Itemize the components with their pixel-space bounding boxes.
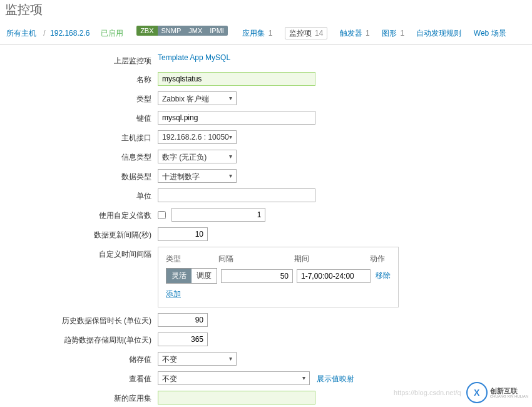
chevron-down-icon: ▾ [229, 153, 232, 160]
tab-web[interactable]: Web 场景 [474, 29, 506, 38]
input-name[interactable] [158, 72, 315, 86]
link-value-mapping[interactable]: 展示值映射 [317, 374, 354, 383]
tab-triggers[interactable]: 触发器 1 [340, 29, 370, 38]
label-unit: 单位 [0, 188, 158, 202]
chevron-down-icon: ▾ [229, 95, 232, 101]
chevron-down-icon: ▾ [302, 374, 305, 381]
nav-all-hosts[interactable]: 所有主机 [6, 29, 36, 38]
page-title: 监控项 [0, 0, 532, 22]
select-value: 数字 (无正负) [162, 153, 207, 162]
input-custom-mult[interactable] [171, 208, 265, 222]
input-history[interactable] [158, 313, 208, 327]
tab-app-set[interactable]: 应用集 1 [242, 29, 272, 38]
input-key[interactable] [158, 111, 315, 125]
select-info-type[interactable]: 数字 (无正负)▾ [158, 150, 237, 163]
label-key: 键值 [0, 111, 158, 124]
label-host-if: 主机接口 [0, 130, 158, 143]
nav-host-ip[interactable]: 192.168.2.6 [50, 29, 90, 38]
link-flex-remove[interactable]: 移除 [376, 270, 391, 281]
tab-discovery[interactable]: 自动发现规则 [416, 29, 461, 38]
label-trend: 趋势数据存储周期(单位天) [0, 332, 158, 346]
flex-interval-box: 类型 间隔 期间 动作 灵活调度 移除 添加 [158, 247, 399, 307]
brand-icon: X [466, 382, 488, 403]
flex-h-act: 动作 [370, 254, 391, 264]
link-parent-template[interactable]: Template App MySQL [158, 53, 230, 62]
select-data-type[interactable]: 十进制数字▾ [158, 169, 237, 183]
select-value: 不变 [162, 355, 177, 364]
tab-label: 触发器 [340, 29, 362, 38]
label-history: 历史数据保留时长 (单位天) [0, 313, 158, 326]
link-flex-add[interactable]: 添加 [166, 289, 181, 298]
pill-snmp[interactable]: SNMP [158, 26, 185, 36]
status-enabled: 已启用 [101, 29, 123, 38]
label-flex-interval: 自定义时间间隔 [0, 247, 158, 260]
tab-count: 14 [315, 29, 323, 38]
pill-group: ZBXSNMPJMXIPMI [136, 26, 228, 36]
input-flex-interval[interactable] [221, 269, 293, 283]
label-show-value: 查看值 [0, 371, 158, 384]
flex-h-int: 间隔 [218, 254, 294, 264]
label-parent: 上层监控项 [0, 53, 158, 66]
label-store-value: 储存值 [0, 352, 158, 365]
select-value: 十进制数字 [162, 172, 200, 181]
brand-line2: CHUANG XIN HULIAN [490, 394, 528, 399]
breadcrumb-sep: / [43, 29, 45, 38]
label-update-interval: 数据更新间隔(秒) [0, 227, 158, 240]
input-unit[interactable] [158, 188, 315, 202]
chevron-down-icon: ▾ [229, 172, 232, 179]
input-trend[interactable] [158, 332, 208, 346]
chevron-down-icon: ▾ [229, 355, 232, 362]
toggle-flexible[interactable]: 灵活 [166, 269, 192, 283]
nav-bar: 所有主机 / 192.168.2.6 已启用 ZBXSNMPJMXIPMI 应用… [0, 22, 532, 44]
tab-count: 1 [366, 29, 370, 38]
select-value: Zabbix 客户端 [162, 95, 209, 103]
select-show-value[interactable]: 不变▾ [158, 371, 310, 385]
tab-count: 1 [400, 29, 404, 38]
chevron-down-icon: ▾ [229, 133, 232, 140]
flex-h-per: 期间 [294, 254, 370, 264]
checkbox-custom-mult[interactable] [158, 211, 166, 219]
select-value: 不变 [162, 374, 177, 383]
label-custom-mult: 使用自定义倍数 [0, 208, 158, 221]
select-type[interactable]: Zabbix 客户端▾ [158, 91, 237, 105]
flex-toggle: 灵活调度 [166, 268, 217, 284]
select-store-value[interactable]: 不变▾ [158, 352, 237, 366]
pill-ipmi[interactable]: IPMI [206, 26, 228, 36]
input-new-app[interactable] [158, 391, 315, 404]
select-host-if[interactable]: 192.168.2.6 : 10050▾ [158, 130, 237, 144]
tab-label: 应用集 [242, 29, 265, 38]
select-value: 192.168.2.6 : 10050 [162, 133, 229, 142]
tab-count: 1 [269, 29, 273, 38]
tab-label: 监控项 [289, 29, 312, 38]
label-type: 类型 [0, 91, 158, 105]
label-name: 名称 [0, 72, 158, 85]
brand-text: 创新互联 CHUANG XIN HULIAN [490, 387, 528, 399]
tab-items[interactable]: 监控项 14 [285, 27, 328, 39]
watermark: https://blog.csdn.net/q X 创新互联 CHUANG XI… [394, 382, 528, 403]
brand-line1: 创新互联 [490, 387, 528, 394]
input-flex-period[interactable] [297, 269, 371, 283]
label-data-type: 数据类型 [0, 169, 158, 182]
label-new-app: 新的应用集 [0, 391, 158, 404]
tab-graphs[interactable]: 图形 1 [382, 29, 404, 38]
tab-label: 图形 [382, 29, 397, 38]
label-info-type: 信息类型 [0, 150, 158, 163]
toggle-scheduled[interactable]: 调度 [192, 269, 217, 283]
flex-h-type: 类型 [166, 254, 218, 264]
pill-jmx[interactable]: JMX [185, 26, 206, 36]
form-area: 上层监控项 Template App MySQL 名称 类型 Zabbix 客户… [0, 44, 532, 407]
watermark-text: https://blog.csdn.net/q [394, 389, 461, 396]
input-update-interval[interactable] [158, 227, 208, 241]
pill-zbx[interactable]: ZBX [136, 26, 157, 36]
